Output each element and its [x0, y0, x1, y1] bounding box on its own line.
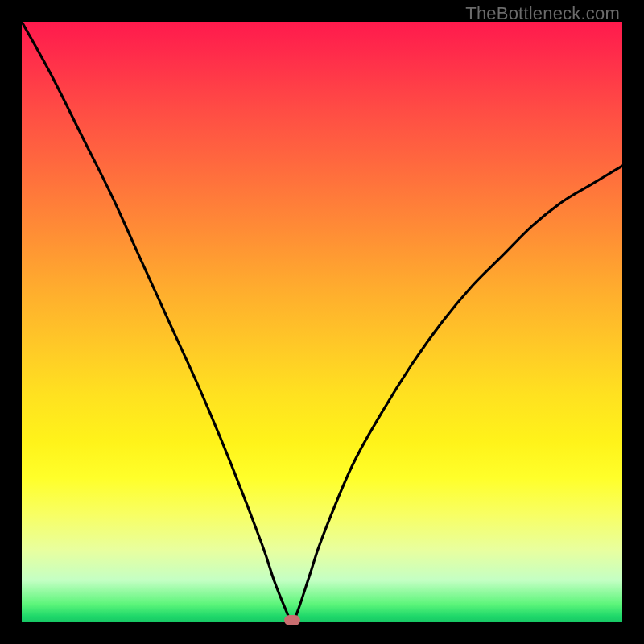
curve-path: [22, 22, 622, 622]
minimum-marker: [284, 615, 300, 625]
plot-area: [22, 22, 622, 622]
chart-frame: TheBottleneck.com: [0, 0, 644, 644]
bottleneck-curve: [22, 22, 622, 622]
